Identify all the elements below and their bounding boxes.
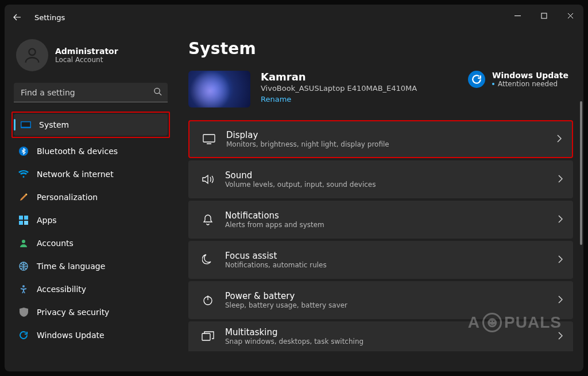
device-thumbnail[interactable] xyxy=(188,71,250,108)
bell-icon xyxy=(199,214,217,225)
svg-rect-15 xyxy=(202,333,210,340)
accounts-icon xyxy=(18,238,29,248)
svg-point-10 xyxy=(22,240,25,243)
card-sound[interactable]: Sound Volume levels, output, input, soun… xyxy=(188,160,573,198)
svg-rect-9 xyxy=(24,221,28,225)
sidebar-item-label: Windows Update xyxy=(37,331,105,340)
card-title: Focus assist xyxy=(225,251,327,261)
accessibility-icon xyxy=(18,284,29,294)
sidebar-item-label: Bluetooth & devices xyxy=(37,147,118,156)
sidebar-item-label: Personalization xyxy=(37,193,98,202)
svg-point-12 xyxy=(22,285,25,287)
sidebar: Administrator Local Account System xyxy=(5,30,177,371)
card-title: Notifications xyxy=(225,210,324,221)
sidebar-item-label: Network & internet xyxy=(37,170,114,179)
sound-icon xyxy=(199,174,217,185)
sidebar-item-label: System xyxy=(39,120,69,129)
sidebar-item-apps[interactable]: Apps xyxy=(11,209,170,231)
settings-cards: Display Monitors, brightness, night ligh… xyxy=(188,120,580,351)
chevron-right-icon xyxy=(557,134,562,145)
sidebar-item-system[interactable]: System xyxy=(14,114,168,136)
back-button[interactable] xyxy=(5,5,30,30)
rename-link[interactable]: Rename xyxy=(261,95,417,103)
avatar xyxy=(16,39,48,71)
svg-rect-4 xyxy=(22,122,30,127)
card-title: Sound xyxy=(225,170,376,181)
main-panel: System Kamran VivoBook_ASUSLaptop E410MA… xyxy=(177,30,583,371)
window-controls xyxy=(504,10,583,25)
sidebar-item-network[interactable]: Network & internet xyxy=(11,163,170,185)
windows-update-block[interactable]: Windows Update Attention needed xyxy=(468,71,568,88)
sidebar-item-privacy[interactable]: Privacy & security xyxy=(11,301,170,323)
card-subtitle: Alerts from apps and system xyxy=(225,221,324,229)
card-notifications[interactable]: Notifications Alerts from apps and syste… xyxy=(188,201,573,239)
titlebar: Settings xyxy=(5,5,583,30)
close-icon xyxy=(567,13,574,19)
display-icon xyxy=(200,134,218,144)
card-title: Power & battery xyxy=(225,291,347,301)
sidebar-item-windows-update[interactable]: Windows Update xyxy=(11,324,170,346)
svg-point-2 xyxy=(154,88,160,93)
card-focus-assist[interactable]: Focus assist Notifications, automatic ru… xyxy=(188,241,573,279)
card-display[interactable]: Display Monitors, brightness, night ligh… xyxy=(188,120,573,158)
svg-rect-6 xyxy=(19,216,23,220)
card-subtitle: Notifications, automatic rules xyxy=(225,261,327,269)
card-multitasking[interactable]: Multitasking Snap windows, desktops, tas… xyxy=(188,321,573,351)
sidebar-item-label: Time & language xyxy=(37,262,105,271)
titlebar-title: Settings xyxy=(34,13,65,22)
multitasking-icon xyxy=(199,331,217,342)
sidebar-item-label: Accessibility xyxy=(37,285,86,294)
power-icon xyxy=(199,294,217,306)
windows-update-title: Windows Update xyxy=(492,71,568,80)
sidebar-item-label: Apps xyxy=(37,216,57,225)
svg-rect-8 xyxy=(19,221,23,225)
search-input[interactable] xyxy=(14,83,168,102)
moon-icon xyxy=(199,254,217,266)
update-icon xyxy=(18,330,29,340)
card-power[interactable]: Power & battery Sleep, battery usage, ba… xyxy=(188,281,573,319)
chevron-right-icon xyxy=(558,174,563,185)
card-title: Multitasking xyxy=(225,327,363,337)
device-model: VivoBook_ASUSLaptop E410MAB_E410MA xyxy=(261,84,417,93)
minimize-button[interactable] xyxy=(504,6,531,25)
card-subtitle: Monitors, brightness, night light, displ… xyxy=(226,140,389,148)
globe-clock-icon xyxy=(18,261,29,271)
maximize-button[interactable] xyxy=(531,6,557,25)
device-name: Kamran xyxy=(261,71,417,83)
sidebar-item-time-language[interactable]: Time & language xyxy=(11,255,170,277)
close-button[interactable] xyxy=(557,6,583,25)
apps-icon xyxy=(18,215,29,225)
bluetooth-icon xyxy=(18,146,29,156)
device-row: Kamran VivoBook_ASUSLaptop E410MAB_E410M… xyxy=(188,71,580,108)
svg-rect-7 xyxy=(24,216,28,220)
card-subtitle: Snap windows, desktops, task switching xyxy=(225,337,363,346)
card-subtitle: Volume levels, output, input, sound devi… xyxy=(225,181,376,189)
sidebar-item-label: Privacy & security xyxy=(37,308,109,317)
sidebar-item-bluetooth[interactable]: Bluetooth & devices xyxy=(11,140,170,162)
svg-point-1 xyxy=(29,49,35,55)
page-title: System xyxy=(188,39,580,58)
windows-update-icon xyxy=(468,71,485,88)
sidebar-item-personalization[interactable]: Personalization xyxy=(11,186,170,208)
user-block[interactable]: Administrator Local Account xyxy=(11,34,170,83)
minimize-icon xyxy=(514,13,521,19)
sidebar-item-accounts[interactable]: Accounts xyxy=(11,232,170,254)
nav: System Bluetooth & devices Network & int… xyxy=(11,112,170,346)
chevron-right-icon xyxy=(558,214,563,225)
chevron-right-icon xyxy=(558,255,563,266)
svg-rect-0 xyxy=(541,13,547,18)
windows-update-status: Attention needed xyxy=(492,80,568,88)
card-subtitle: Sleep, battery usage, battery saver xyxy=(225,301,347,309)
card-title: Display xyxy=(226,130,389,140)
back-arrow-icon xyxy=(13,13,22,22)
settings-window: Settings Administrator Local Account xyxy=(5,5,583,371)
search-icon xyxy=(153,87,162,98)
sidebar-item-label: Accounts xyxy=(37,239,74,248)
chevron-right-icon xyxy=(558,331,563,342)
user-name: Administrator xyxy=(55,47,118,56)
highlight-nav-system: System xyxy=(11,112,170,138)
sidebar-item-accessibility[interactable]: Accessibility xyxy=(11,278,170,300)
scrollbar-thumb[interactable] xyxy=(580,101,582,245)
scrollbar[interactable] xyxy=(580,38,582,363)
user-subtitle: Local Account xyxy=(55,56,118,64)
